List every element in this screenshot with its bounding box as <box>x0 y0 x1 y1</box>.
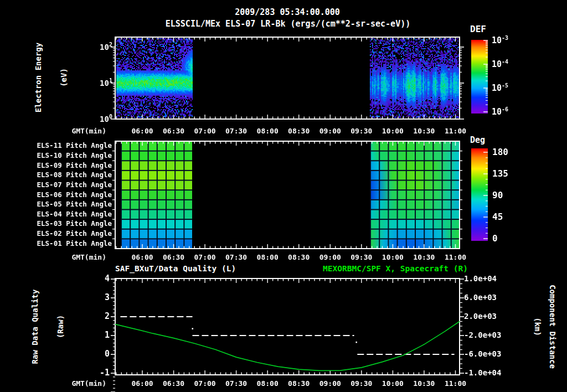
time-tick-label: 07:30 <box>219 379 254 388</box>
distance-ytick-label: -2.0e+03 <box>464 331 514 339</box>
time-tick-label: 07:00 <box>187 127 223 135</box>
pitch-row-label: ELS-08 Pitch Angle <box>0 171 112 180</box>
def-colorbar-tick-label: 10-5 <box>492 82 530 93</box>
energy-ytick-label: 100 <box>76 114 112 123</box>
time-tick-label: 10:30 <box>406 127 442 135</box>
time-tick-label: 11:00 <box>438 127 473 135</box>
time-tick-label: 11:00 <box>438 379 473 388</box>
time-tick-label: 08:30 <box>281 253 317 261</box>
deg-colorbar-tick-label: 0 <box>492 233 525 244</box>
time-tick-label: 07:30 <box>219 127 254 135</box>
pitch-row-label: ELS-09 Pitch Angle <box>0 161 112 171</box>
time-tick-label: 10:30 <box>406 379 442 388</box>
gmt-label-energy: GMT(min) <box>49 127 106 135</box>
pitch-row-label: ELS-10 Pitch Angle <box>0 151 112 161</box>
time-tick-label: 09:00 <box>312 379 348 388</box>
time-tick-label: 06:30 <box>156 253 192 261</box>
gmt-label-quality: GMT(min) <box>49 379 106 388</box>
pitch-row-label: ELS-11 Pitch Angle <box>0 141 112 151</box>
energy-ytick-label: 102 <box>76 42 112 51</box>
distance-ytick-label: 2.0e+03 <box>464 312 514 321</box>
pitch-row-label: ELS-05 Pitch Angle <box>0 200 112 209</box>
time-tick-label: 08:30 <box>281 127 317 135</box>
distance-ytick-label: 1.0e+04 <box>464 274 514 283</box>
pitch-row-label: ELS-01 Pitch Angle <box>0 239 112 249</box>
quality-ytick-label: 1 <box>84 330 110 340</box>
pitch-row-label: ELS-06 Pitch Angle <box>0 190 112 200</box>
quality-ytick-label: 2 <box>84 311 110 321</box>
time-tick-label: 10:00 <box>375 379 410 388</box>
time-tick-label: 09:30 <box>344 127 379 135</box>
time-tick-label: 08:00 <box>250 253 285 261</box>
deg-colorbar-tick-label: 180 <box>492 147 525 157</box>
deg-colorbar-tick-label: 90 <box>492 190 525 200</box>
quality-ytick-label: 0 <box>84 349 110 359</box>
time-tick-label: 06:00 <box>125 127 160 135</box>
els-quicklook-figure: 2009/283 05:34:00.000 ELSSCIL/MEx ELS-07… <box>0 0 567 392</box>
time-tick-label: 08:30 <box>281 379 317 388</box>
quality-ytick-label: 4 <box>84 274 110 283</box>
gmt-label-pitch: GMT(min) <box>49 253 106 261</box>
deg-colorbar-tick-label: 135 <box>492 168 525 179</box>
time-tick-label: 06:30 <box>156 379 192 388</box>
time-tick-label: 07:00 <box>187 253 223 261</box>
def-colorbar-tick-label: 10-3 <box>492 35 530 45</box>
time-tick-label: 08:00 <box>250 127 285 135</box>
time-tick-label: 07:00 <box>187 379 223 388</box>
pitch-row-label: ELS-07 Pitch Angle <box>0 180 112 190</box>
quality-ytick-label: 3 <box>84 292 110 302</box>
time-tick-label: 10:00 <box>375 127 410 135</box>
pitch-row-label: ELS-02 Pitch Angle <box>0 229 112 239</box>
time-tick-label: 09:30 <box>344 253 379 261</box>
energy-ytick-label: 101 <box>76 78 112 87</box>
def-colorbar-tick-label: 10-6 <box>492 106 530 117</box>
time-tick-label: 08:00 <box>250 379 285 388</box>
pitch-row-label: ELS-04 Pitch Angle <box>0 210 112 219</box>
distance-ytick-label: -1.0e+04 <box>464 368 514 377</box>
distance-ytick-label: 6.0e+03 <box>464 293 514 302</box>
distance-ytick-label: -6.0e+03 <box>464 349 514 358</box>
time-tick-label: 09:30 <box>344 379 379 388</box>
time-tick-label: 09:00 <box>312 127 348 135</box>
time-tick-label: 07:30 <box>219 253 254 261</box>
time-tick-label: 06:00 <box>125 253 160 261</box>
def-colorbar-tick-label: 10-4 <box>492 59 530 69</box>
time-tick-label: 10:00 <box>375 253 410 261</box>
time-tick-label: 11:00 <box>438 253 473 261</box>
quality-ytick-label: -1 <box>84 368 110 378</box>
pitch-row-label: ELS-03 Pitch Angle <box>0 219 112 229</box>
deg-colorbar-tick-label: 45 <box>492 212 525 222</box>
time-tick-label: 10:30 <box>406 253 442 261</box>
time-tick-label: 06:00 <box>125 379 160 388</box>
time-tick-label: 06:30 <box>156 127 192 135</box>
time-tick-label: 09:00 <box>312 253 348 261</box>
